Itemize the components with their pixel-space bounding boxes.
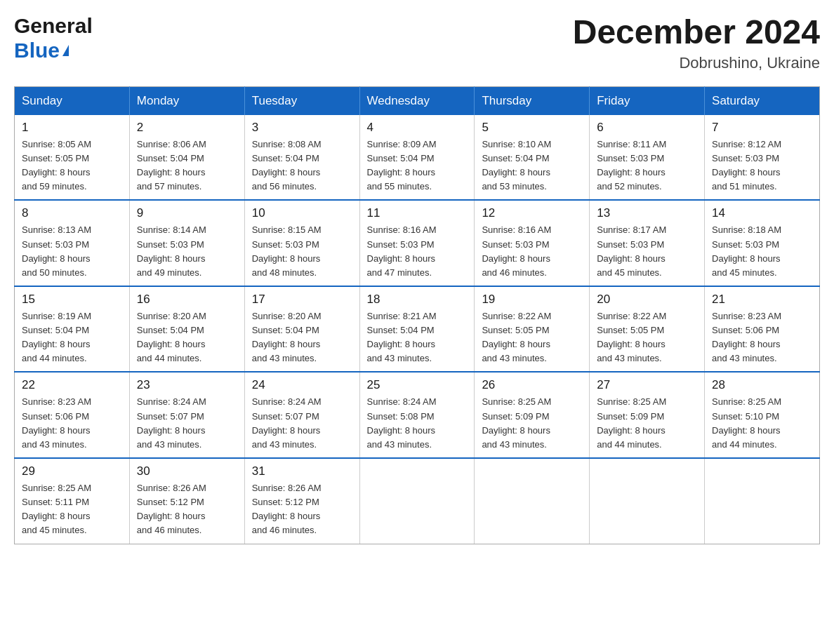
- day-info: Sunrise: 8:22 AM Sunset: 5:05 PM Dayligh…: [482, 309, 582, 366]
- day-number: 4: [367, 121, 468, 135]
- day-number: 7: [712, 121, 812, 135]
- day-cell: [705, 458, 820, 544]
- week-row-1: 1 Sunrise: 8:05 AM Sunset: 5:05 PM Dayli…: [15, 115, 820, 201]
- day-info: Sunrise: 8:10 AM Sunset: 5:04 PM Dayligh…: [482, 137, 582, 194]
- day-number: 3: [252, 121, 352, 135]
- day-cell: 11 Sunrise: 8:16 AM Sunset: 5:03 PM Dayl…: [359, 200, 475, 286]
- day-cell: 22 Sunrise: 8:23 AM Sunset: 5:06 PM Dayl…: [15, 372, 130, 458]
- day-cell: 28 Sunrise: 8:25 AM Sunset: 5:10 PM Dayl…: [705, 372, 820, 458]
- day-number: 9: [137, 206, 237, 220]
- day-cell: 13 Sunrise: 8:17 AM Sunset: 5:03 PM Dayl…: [590, 200, 705, 286]
- day-cell: 8 Sunrise: 8:13 AM Sunset: 5:03 PM Dayli…: [15, 200, 130, 286]
- day-info: Sunrise: 8:22 AM Sunset: 5:05 PM Dayligh…: [597, 309, 697, 366]
- day-cell: 25 Sunrise: 8:24 AM Sunset: 5:08 PM Dayl…: [359, 372, 475, 458]
- day-cell: 5 Sunrise: 8:10 AM Sunset: 5:04 PM Dayli…: [475, 115, 590, 201]
- day-info: Sunrise: 8:21 AM Sunset: 5:04 PM Dayligh…: [367, 309, 468, 366]
- day-info: Sunrise: 8:06 AM Sunset: 5:04 PM Dayligh…: [137, 137, 237, 194]
- day-cell: [359, 458, 475, 544]
- day-number: 6: [597, 121, 697, 135]
- day-info: Sunrise: 8:20 AM Sunset: 5:04 PM Dayligh…: [137, 309, 237, 366]
- day-number: 15: [22, 293, 122, 307]
- day-info: Sunrise: 8:26 AM Sunset: 5:12 PM Dayligh…: [137, 481, 237, 538]
- col-tuesday: Tuesday: [244, 86, 359, 115]
- day-number: 24: [252, 378, 352, 392]
- day-cell: [475, 458, 590, 544]
- logo-triangle-icon: [62, 45, 69, 56]
- logo-general: General: [14, 14, 93, 39]
- day-info: Sunrise: 8:12 AM Sunset: 5:03 PM Dayligh…: [712, 137, 812, 194]
- day-info: Sunrise: 8:05 AM Sunset: 5:05 PM Dayligh…: [22, 137, 122, 194]
- main-title: December 2024: [573, 14, 820, 51]
- day-number: 30: [137, 464, 237, 478]
- day-cell: 30 Sunrise: 8:26 AM Sunset: 5:12 PM Dayl…: [129, 458, 244, 544]
- day-info: Sunrise: 8:09 AM Sunset: 5:04 PM Dayligh…: [367, 137, 468, 194]
- header-row: Sunday Monday Tuesday Wednesday Thursday…: [15, 86, 820, 115]
- day-number: 2: [137, 121, 237, 135]
- logo: General Blue: [14, 14, 93, 62]
- day-info: Sunrise: 8:23 AM Sunset: 5:06 PM Dayligh…: [22, 395, 122, 452]
- day-cell: 9 Sunrise: 8:14 AM Sunset: 5:03 PM Dayli…: [129, 200, 244, 286]
- day-cell: 2 Sunrise: 8:06 AM Sunset: 5:04 PM Dayli…: [129, 115, 244, 201]
- week-row-3: 15 Sunrise: 8:19 AM Sunset: 5:04 PM Dayl…: [15, 286, 820, 373]
- day-cell: 21 Sunrise: 8:23 AM Sunset: 5:06 PM Dayl…: [705, 286, 820, 373]
- day-cell: 26 Sunrise: 8:25 AM Sunset: 5:09 PM Dayl…: [475, 372, 590, 458]
- day-number: 18: [367, 293, 468, 307]
- calendar-body: 1 Sunrise: 8:05 AM Sunset: 5:05 PM Dayli…: [15, 115, 820, 544]
- day-info: Sunrise: 8:17 AM Sunset: 5:03 PM Dayligh…: [597, 223, 697, 280]
- day-info: Sunrise: 8:24 AM Sunset: 5:08 PM Dayligh…: [367, 395, 468, 452]
- day-cell: 18 Sunrise: 8:21 AM Sunset: 5:04 PM Dayl…: [359, 286, 475, 373]
- day-cell: 29 Sunrise: 8:25 AM Sunset: 5:11 PM Dayl…: [15, 458, 130, 544]
- day-number: 22: [22, 378, 122, 392]
- day-number: 17: [252, 293, 352, 307]
- day-number: 26: [482, 378, 582, 392]
- day-cell: 20 Sunrise: 8:22 AM Sunset: 5:05 PM Dayl…: [590, 286, 705, 373]
- day-info: Sunrise: 8:26 AM Sunset: 5:12 PM Dayligh…: [252, 481, 352, 538]
- week-row-4: 22 Sunrise: 8:23 AM Sunset: 5:06 PM Dayl…: [15, 372, 820, 458]
- day-info: Sunrise: 8:25 AM Sunset: 5:09 PM Dayligh…: [597, 395, 697, 452]
- day-number: 5: [482, 121, 582, 135]
- day-cell: 14 Sunrise: 8:18 AM Sunset: 5:03 PM Dayl…: [705, 200, 820, 286]
- day-info: Sunrise: 8:24 AM Sunset: 5:07 PM Dayligh…: [137, 395, 237, 452]
- col-monday: Monday: [129, 86, 244, 115]
- day-cell: 3 Sunrise: 8:08 AM Sunset: 5:04 PM Dayli…: [244, 115, 359, 201]
- day-cell: 27 Sunrise: 8:25 AM Sunset: 5:09 PM Dayl…: [590, 372, 705, 458]
- day-cell: 12 Sunrise: 8:16 AM Sunset: 5:03 PM Dayl…: [475, 200, 590, 286]
- day-cell: 31 Sunrise: 8:26 AM Sunset: 5:12 PM Dayl…: [244, 458, 359, 544]
- day-info: Sunrise: 8:08 AM Sunset: 5:04 PM Dayligh…: [252, 137, 352, 194]
- day-cell: 1 Sunrise: 8:05 AM Sunset: 5:05 PM Dayli…: [15, 115, 130, 201]
- day-cell: 24 Sunrise: 8:24 AM Sunset: 5:07 PM Dayl…: [244, 372, 359, 458]
- day-number: 19: [482, 293, 582, 307]
- week-row-2: 8 Sunrise: 8:13 AM Sunset: 5:03 PM Dayli…: [15, 200, 820, 286]
- week-row-5: 29 Sunrise: 8:25 AM Sunset: 5:11 PM Dayl…: [15, 458, 820, 544]
- day-cell: 16 Sunrise: 8:20 AM Sunset: 5:04 PM Dayl…: [129, 286, 244, 373]
- day-number: 13: [597, 206, 697, 220]
- day-cell: 19 Sunrise: 8:22 AM Sunset: 5:05 PM Dayl…: [475, 286, 590, 373]
- day-number: 1: [22, 121, 122, 135]
- day-info: Sunrise: 8:16 AM Sunset: 5:03 PM Dayligh…: [367, 223, 468, 280]
- day-cell: 23 Sunrise: 8:24 AM Sunset: 5:07 PM Dayl…: [129, 372, 244, 458]
- col-sunday: Sunday: [15, 86, 130, 115]
- day-cell: 4 Sunrise: 8:09 AM Sunset: 5:04 PM Dayli…: [359, 115, 475, 201]
- logo-blue: Blue: [14, 39, 93, 63]
- col-thursday: Thursday: [475, 86, 590, 115]
- day-number: 10: [252, 206, 352, 220]
- day-cell: 7 Sunrise: 8:12 AM Sunset: 5:03 PM Dayli…: [705, 115, 820, 201]
- col-wednesday: Wednesday: [359, 86, 475, 115]
- col-saturday: Saturday: [705, 86, 820, 115]
- day-info: Sunrise: 8:25 AM Sunset: 5:11 PM Dayligh…: [22, 481, 122, 538]
- day-info: Sunrise: 8:25 AM Sunset: 5:09 PM Dayligh…: [482, 395, 582, 452]
- subtitle: Dobrushino, Ukraine: [573, 54, 820, 72]
- day-number: 14: [712, 206, 812, 220]
- col-friday: Friday: [590, 86, 705, 115]
- day-number: 27: [597, 378, 697, 392]
- day-info: Sunrise: 8:23 AM Sunset: 5:06 PM Dayligh…: [712, 309, 812, 366]
- day-info: Sunrise: 8:13 AM Sunset: 5:03 PM Dayligh…: [22, 223, 122, 280]
- day-info: Sunrise: 8:14 AM Sunset: 5:03 PM Dayligh…: [137, 223, 237, 280]
- calendar-table: Sunday Monday Tuesday Wednesday Thursday…: [14, 86, 820, 544]
- day-info: Sunrise: 8:24 AM Sunset: 5:07 PM Dayligh…: [252, 395, 352, 452]
- day-number: 29: [22, 464, 122, 478]
- day-info: Sunrise: 8:25 AM Sunset: 5:10 PM Dayligh…: [712, 395, 812, 452]
- page-header: General Blue December 2024 Dobrushino, U…: [14, 14, 820, 72]
- day-number: 11: [367, 206, 468, 220]
- day-cell: [590, 458, 705, 544]
